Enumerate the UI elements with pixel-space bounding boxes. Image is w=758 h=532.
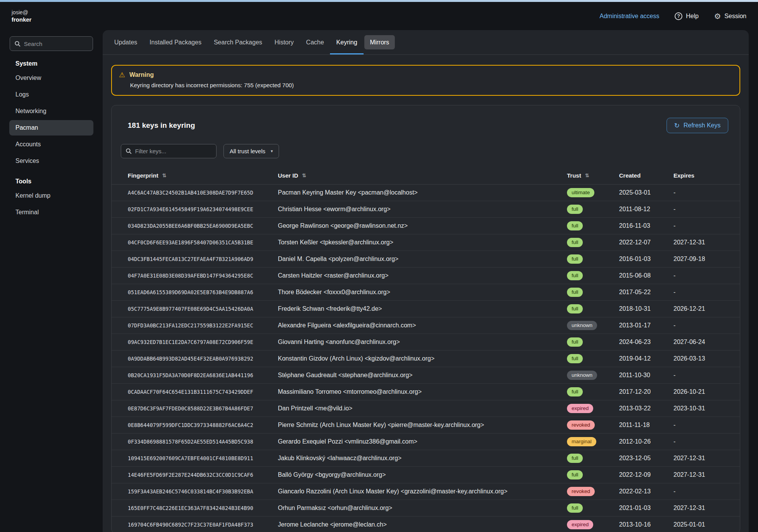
- key-fingerprint: 04F7A0E31E08D3E08D39AFEBD147F94364295E8C: [121, 273, 278, 279]
- table-row: 165E0FF7C48C226E1EC363A7F83424824B3E4B90…: [112, 500, 740, 517]
- key-user-id: Frederik Schwan <frederik@tty42.de>: [278, 305, 567, 312]
- table-row: 05C7775A9E8B977407FE08E69D4C5AA15426DA0A…: [112, 301, 740, 317]
- table-row: 0A9DDABB64B993D82AD45E4F32EAB0A976938292…: [112, 351, 740, 367]
- filter-keys-box[interactable]: [121, 144, 217, 158]
- key-trust-cell: expired: [567, 404, 619, 413]
- key-expires: -: [673, 272, 731, 279]
- tab-search-packages[interactable]: Search Packages: [208, 30, 268, 54]
- trust-badge: full: [567, 221, 583, 230]
- key-fingerprint: 051EAD6A6155389D69DA02E5EB763B4E9DB887A6: [121, 289, 278, 295]
- key-trust-cell: full: [567, 304, 619, 313]
- key-expires: -: [673, 422, 731, 429]
- column-label-fingerprint: Fingerprint: [128, 172, 158, 179]
- key-trust-cell: marginal: [567, 437, 619, 446]
- sidebar-item-networking[interactable]: Networking: [9, 103, 93, 119]
- table-row: 109415E692007609CA7EBFE4001CF4810BE8D911…: [112, 450, 740, 467]
- sidebar-nav: SystemOverviewLogsNetworkingPacmanAccoun…: [0, 60, 103, 220]
- column-header-fingerprint[interactable]: Fingerprint ⇅: [121, 172, 278, 179]
- filter-keys-input[interactable]: [135, 148, 211, 154]
- session-label: Session: [724, 13, 746, 20]
- key-expires: 2027-12-31: [673, 505, 731, 512]
- sidebar-item-logs[interactable]: Logs: [9, 87, 93, 102]
- trust-badge: full: [567, 354, 583, 363]
- sort-icon: ⇅: [162, 173, 166, 178]
- key-created: 2018-10-31: [619, 305, 673, 312]
- warning-icon: ⚠: [119, 71, 125, 78]
- sidebar: SystemOverviewLogsNetworkingPacmanAccoun…: [0, 30, 103, 532]
- key-created: 2022-12-07: [619, 239, 673, 246]
- key-trust-cell: full: [567, 354, 619, 363]
- tab-keyring[interactable]: Keyring: [330, 30, 363, 54]
- key-created: 2022-02-13: [619, 488, 673, 495]
- key-expires: 2027-06-24: [673, 339, 731, 346]
- key-fingerprint: 169704C6FB490C6892C7F23C37E0AF1FDA48F373: [121, 522, 278, 528]
- key-trust-cell: full: [567, 503, 619, 513]
- refresh-icon: ↻: [674, 122, 680, 129]
- sidebar-item-terminal[interactable]: Terminal: [9, 205, 93, 220]
- session-menu-button[interactable]: ⚙ Session: [714, 12, 746, 20]
- search-icon: [126, 148, 132, 154]
- key-user-id: Alexandre Filgueira <alexfilgueira@cinna…: [278, 322, 567, 329]
- sidebar-search-input[interactable]: [24, 41, 88, 47]
- key-trust-cell: revoked: [567, 420, 619, 430]
- key-trust-cell: expired: [567, 520, 619, 529]
- sidebar-item-accounts[interactable]: Accounts: [9, 137, 93, 152]
- key-expires: -: [673, 206, 731, 213]
- key-user-id: Pierre Schmitz (Arch Linux Master Key) <…: [278, 422, 567, 429]
- key-expires: 2026-03-13: [673, 355, 731, 362]
- table-row: 0E8B644079F599DFC1DDC3973348882F6AC6A4C2…: [112, 417, 740, 434]
- key-user-id: Dan Printzell <me@vild.io>: [278, 405, 567, 412]
- key-trust-cell: full: [567, 205, 619, 214]
- tab-installed-packages[interactable]: Installed Packages: [144, 30, 208, 54]
- tab-mirrors[interactable]: Mirrors: [364, 35, 395, 49]
- sidebar-item-pacman[interactable]: Pacman: [9, 120, 93, 136]
- tab-history[interactable]: History: [268, 30, 300, 54]
- key-user-id: Stéphane Gaudreault <stephane@archlinux.…: [278, 372, 567, 379]
- trust-level-dropdown[interactable]: All trust levels ▾: [223, 144, 279, 158]
- key-user-id: Jerome Leclanche <jerome@leclan.ch>: [278, 521, 567, 528]
- column-header-trust[interactable]: Trust ⇅: [567, 172, 619, 179]
- key-user-id: Daniel M. Capella <polyzen@archlinux.org…: [278, 256, 567, 263]
- trust-badge: full: [567, 387, 583, 396]
- key-trust-cell: unknown: [567, 321, 619, 330]
- key-trust-cell: full: [567, 221, 619, 230]
- sidebar-search[interactable]: [10, 36, 93, 51]
- trust-badge: full: [567, 470, 583, 479]
- table-row: 0E87D6C3F9AF7FDED0C8588D22E3B67B4A86FDE7…: [112, 400, 740, 417]
- key-created: 2012-10-26: [619, 438, 673, 445]
- key-expires: -: [673, 488, 731, 495]
- key-fingerprint: 0F334D8698881578F65D2AE55ED514A45BD5C938: [121, 439, 278, 445]
- key-created: 2013-10-16: [619, 521, 673, 528]
- key-expires: -: [673, 372, 731, 379]
- key-fingerprint: 09AC932ED7B1EC1E2DA7C6797A08E72CD906F59E: [121, 339, 278, 345]
- sidebar-item-services[interactable]: Services: [9, 153, 93, 169]
- trust-badge: full: [567, 238, 583, 247]
- sidebar-item-kernel-dump[interactable]: Kernel dump: [9, 188, 93, 203]
- table-row: 159F3A43AEB246C5746C033814BC4F30B3B92EBA…: [112, 483, 740, 500]
- help-menu-button[interactable]: ? Help: [675, 12, 699, 20]
- trust-badge: full: [567, 271, 583, 280]
- key-expires: -: [673, 222, 731, 229]
- column-header-user-id[interactable]: User ID ⇅: [278, 172, 567, 179]
- trust-badge: full: [567, 288, 583, 297]
- key-user-id: Orhun Parmaksız <orhun@archlinux.org>: [278, 505, 567, 512]
- table-row: 169704C6FB490C6892C7F23C37E0AF1FDA48F373…: [112, 517, 740, 532]
- tab-cache[interactable]: Cache: [300, 30, 330, 54]
- administrative-access-button[interactable]: Administrative access: [600, 13, 660, 20]
- key-trust-cell: full: [567, 288, 619, 297]
- table-row: 034D823DA2055BEE6A6BF0BB25EA6900D9EA5EBC…: [112, 218, 740, 234]
- sidebar-item-overview[interactable]: Overview: [9, 70, 93, 86]
- key-fingerprint: A4C6AC47AB3C24502B1AB410E308DAE7D9F7E65D: [121, 190, 278, 196]
- key-expires: 2023-10-31: [673, 405, 731, 412]
- host-user-block: josie@ fronker: [12, 9, 32, 24]
- key-created: 2011-08-12: [619, 206, 673, 213]
- tab-updates[interactable]: Updates: [108, 30, 144, 54]
- table-row: 04CF0CD6F6EE93AE1896F58407D06351CA5B31BE…: [112, 234, 740, 251]
- key-expires: -: [673, 189, 731, 196]
- refresh-keys-button[interactable]: ↻ Refresh Keys: [667, 118, 728, 133]
- key-created: 2023-12-05: [619, 455, 673, 462]
- search-icon: [15, 41, 20, 47]
- sidebar-section-label-tools: Tools: [15, 178, 87, 185]
- warning-alert: ⚠ Warning Keyring directory has incorrec…: [111, 65, 740, 96]
- column-header-created: Created: [619, 172, 673, 179]
